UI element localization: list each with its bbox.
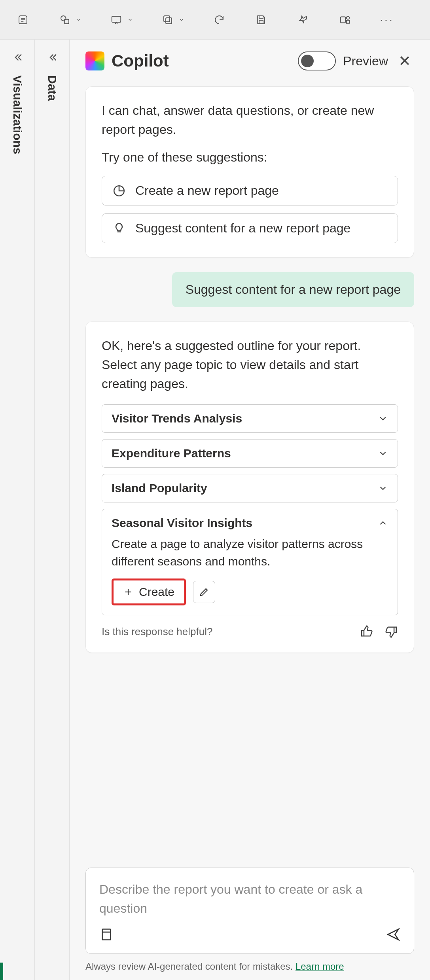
shape-icon[interactable] <box>58 13 72 27</box>
suggestion-create-page[interactable]: Create a new report page <box>102 176 398 206</box>
chevron-down-icon <box>378 413 388 424</box>
svg-point-4 <box>61 16 66 21</box>
top-toolbar: ··· <box>0 0 430 40</box>
try-text: Try one of these suggestions: <box>102 150 398 165</box>
chevron-down-icon[interactable] <box>76 17 81 23</box>
data-label[interactable]: Data <box>45 75 59 101</box>
disclaimer-text: Always review AI-generated content for m… <box>85 961 296 972</box>
intro-card: I can chat, answer data questions, or cr… <box>85 86 414 258</box>
copilot-title: Copilot <box>112 51 291 70</box>
topic-label: Expenditure Patterns <box>112 447 231 460</box>
svg-rect-11 <box>341 17 346 23</box>
copilot-header: Copilot Preview ✕ <box>85 51 414 70</box>
preview-label: Preview <box>343 54 388 69</box>
disclaimer: Always review AI-generated content for m… <box>85 961 414 972</box>
user-message: Suggest content for a new report page <box>172 272 414 307</box>
save-icon[interactable] <box>254 13 268 27</box>
feedback-text: Is this response helpful? <box>102 626 212 638</box>
copilot-pane: Copilot Preview ✕ I can chat, answer dat… <box>70 40 430 980</box>
preview-toggle[interactable] <box>298 51 336 70</box>
feedback-row: Is this response helpful? <box>102 625 398 638</box>
data-rail: Data <box>35 40 70 980</box>
chat-input[interactable]: Describe the report you want to create o… <box>85 868 414 954</box>
thumbs-down-icon[interactable] <box>385 625 398 638</box>
close-icon[interactable]: ✕ <box>395 52 414 70</box>
topic-island-popularity[interactable]: Island Popularity <box>102 474 398 502</box>
suggestion-label: Create a new report page <box>135 183 279 198</box>
svg-point-12 <box>347 16 350 19</box>
chevron-down-icon <box>378 483 388 493</box>
outline-card: OK, here's a suggested outline for your … <box>85 322 414 653</box>
copilot-logo-icon <box>85 51 104 70</box>
visualizations-rail: Visualizations <box>0 40 35 980</box>
suggestion-label: Suggest content for a new report page <box>135 221 350 236</box>
suggestion-suggest-content[interactable]: Suggest content for a new report page <box>102 213 398 243</box>
topic-visitor-trends[interactable]: Visitor Trends Analysis <box>102 404 398 433</box>
topic-label: Visitor Trends Analysis <box>112 412 242 425</box>
plus-icon <box>123 587 133 597</box>
learn-more-link[interactable]: Learn more <box>296 961 344 972</box>
thumbs-up-icon[interactable] <box>360 625 373 638</box>
pencil-icon <box>199 586 210 598</box>
visualizations-label[interactable]: Visualizations <box>11 75 24 154</box>
svg-rect-10 <box>259 20 263 24</box>
outline-text: OK, here's a suggested outline for your … <box>102 336 398 393</box>
collapse-icon[interactable] <box>11 51 23 63</box>
accent-bar <box>0 963 3 980</box>
send-icon[interactable] <box>386 927 400 942</box>
topic-seasonal-insights: Seasonal Visitor Insights Create a page … <box>102 509 398 615</box>
lightbulb-icon <box>112 222 126 235</box>
create-button[interactable]: Create <box>112 578 186 605</box>
pin-icon[interactable] <box>296 13 310 27</box>
chevron-down-icon[interactable] <box>179 17 184 23</box>
topic-label: Seasonal Visitor Insights <box>112 516 252 530</box>
pie-chart-icon <box>112 184 126 198</box>
svg-rect-6 <box>112 16 121 22</box>
svg-rect-7 <box>166 18 172 24</box>
teams-icon[interactable] <box>338 13 352 27</box>
more-icon[interactable]: ··· <box>380 13 394 27</box>
topic-label: Island Popularity <box>112 481 207 495</box>
collapse-icon[interactable] <box>46 51 58 63</box>
chat-placeholder: Describe the report you want to create o… <box>99 880 400 919</box>
svg-rect-8 <box>164 16 170 22</box>
svg-rect-16 <box>102 929 111 940</box>
notebook-icon[interactable] <box>99 927 114 942</box>
topic-expenditure[interactable]: Expenditure Patterns <box>102 439 398 468</box>
topic-header[interactable]: Seasonal Visitor Insights <box>112 516 388 530</box>
copy-icon[interactable] <box>161 13 175 27</box>
outline-icon[interactable] <box>16 13 30 27</box>
edit-button[interactable] <box>193 581 215 603</box>
refresh-icon[interactable] <box>212 13 226 27</box>
intro-text: I can chat, answer data questions, or cr… <box>102 101 398 139</box>
present-icon[interactable] <box>109 13 123 27</box>
chevron-down-icon[interactable] <box>127 17 133 23</box>
chevron-down-icon <box>378 448 388 459</box>
svg-rect-9 <box>259 16 263 18</box>
topic-description: Create a page to analyze visitor pattern… <box>112 535 388 570</box>
chevron-up-icon <box>378 518 388 528</box>
create-label: Create <box>139 585 174 599</box>
